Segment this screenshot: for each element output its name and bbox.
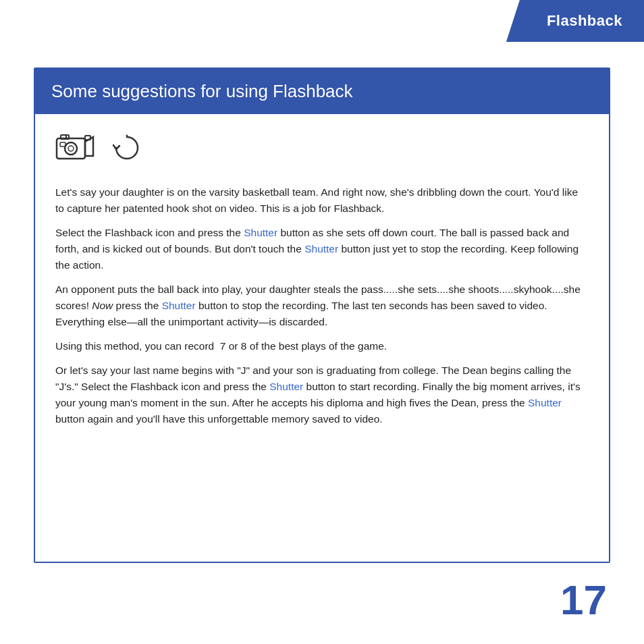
svg-point-2 [68,146,74,151]
paragraph-1: Let's say your daughter is on the varsit… [55,184,589,217]
box-title: Some suggestions for using Flashback [51,81,353,101]
timer-icon [112,133,142,163]
paragraph-4: Using this method, you can record 7 or 8… [55,338,589,354]
icon-row [55,130,589,165]
page-number: 17 [560,576,607,624]
paragraph-2: Select the Flashback icon and press the … [55,225,589,273]
paragraph-3: An opponent puts the ball back into play… [55,281,589,330]
box-title-bar: Some suggestions for using Flashback [35,69,609,114]
box-content: Let's say your daughter is on the varsit… [35,114,609,456]
now-italic: Now [92,300,113,311]
svg-point-8 [126,135,128,137]
svg-rect-3 [61,135,69,139]
shutter-link-1: Shutter [244,227,277,238]
shutter-link-5: Shutter [528,397,562,408]
svg-rect-0 [57,138,85,159]
camera-icon [55,130,104,165]
shutter-link-3: Shutter [162,300,196,311]
header-title: Flashback [547,12,622,29]
svg-point-1 [65,142,77,155]
main-content-box: Some suggestions for using Flashback [34,68,610,563]
header-bar: Flashback [506,0,644,42]
paragraph-5: Or let's say your last name begins with … [55,363,589,427]
shutter-link-2: Shutter [304,243,338,254]
shutter-link-4: Shutter [269,381,303,392]
